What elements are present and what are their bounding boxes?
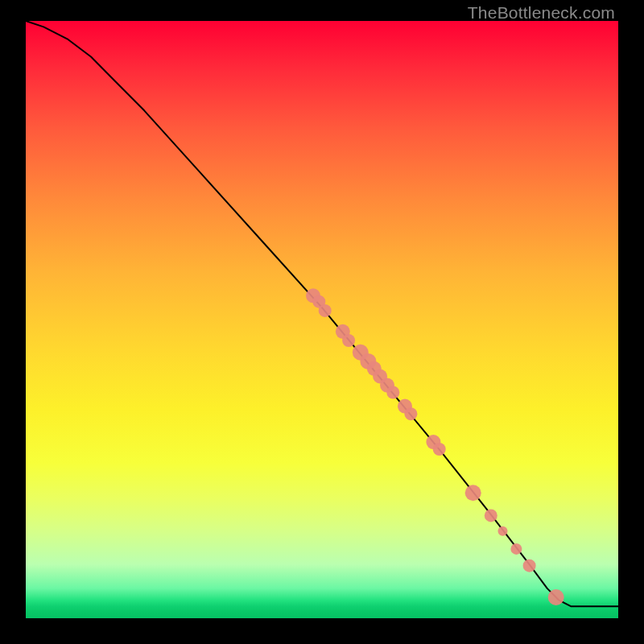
chart-frame: TheBottleneck.com: [0, 0, 644, 644]
scatter-point: [319, 304, 332, 317]
plot-area: [26, 21, 618, 618]
scatter-point: [485, 509, 497, 522]
scatter-point: [548, 589, 564, 605]
scatter-point: [523, 559, 536, 572]
scatter-point: [510, 543, 522, 555]
scatter-point: [404, 407, 417, 420]
scatter-point: [433, 443, 446, 456]
scatter-point: [498, 526, 508, 536]
scatter-point: [386, 386, 399, 399]
watermark-text: TheBottleneck.com: [468, 3, 615, 23]
chart-svg: [26, 21, 618, 618]
scatter-points-group: [306, 288, 564, 605]
scatter-point: [465, 485, 481, 501]
scatter-point: [342, 334, 355, 347]
